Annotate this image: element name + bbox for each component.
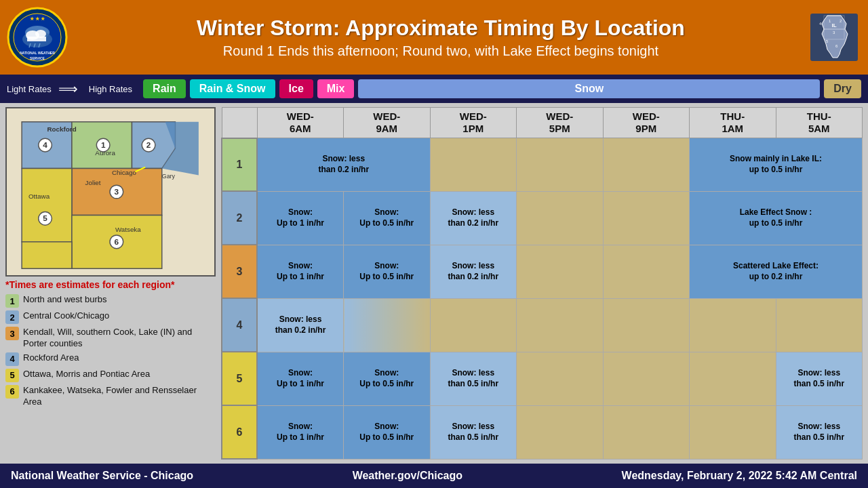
- region-cell-4: 4: [222, 298, 257, 352]
- data-cell: Snow: lessthan 0.2 in/hr: [257, 298, 344, 352]
- region-cell-2: 2: [222, 191, 257, 245]
- data-cell: Snow:Up to 1 in/hr: [257, 352, 344, 405]
- list-item: 6 Kankakee, Watseka, Fowler and Renssela…: [5, 385, 216, 408]
- svg-marker-31: [22, 242, 72, 268]
- data-cell: Snow:Up to 1 in/hr: [257, 405, 344, 459]
- data-cell: Snow:Up to 1 in/hr: [257, 245, 344, 298]
- data-cell: Snow: lessthan 0.5 in/hr: [776, 352, 863, 405]
- region-map-svg: Rockford Aurora Chicago Joliet Ottawa Wa…: [7, 108, 214, 275]
- col-header-wed6am: WED-6AM: [257, 108, 344, 138]
- data-cell: [690, 352, 776, 405]
- data-cell: [776, 298, 863, 352]
- legend-ice: Ice: [279, 79, 313, 98]
- data-cell: [517, 138, 604, 192]
- data-cell: Snow:Up to 0.5 in/hr: [344, 191, 431, 245]
- timing-table: WED-6AM WED-9AM WED-1PM WED-5PM WED-9PM …: [221, 107, 863, 460]
- list-item: 1 North and west burbs: [5, 294, 216, 308]
- header: ★ ★ ★ NATIONAL WEATHER SERVICE Winter St…: [0, 0, 868, 75]
- data-cell: Snow: lessthan 0.5 in/hr: [430, 352, 517, 405]
- svg-text:Rockford: Rockford: [47, 125, 77, 133]
- il-map-svg: IL 1 2 4 3 5 6: [807, 10, 861, 64]
- data-cell: [690, 298, 776, 352]
- data-cell: Snow mainly in Lake IL:up to 0.5 in/hr: [690, 138, 863, 192]
- data-cell: [517, 352, 604, 405]
- data-cell: Snow: lessthan 0.5 in/hr: [430, 405, 517, 459]
- nws-logo: ★ ★ ★ NATIONAL WEATHER SERVICE: [7, 7, 68, 68]
- svg-text:Chicago: Chicago: [112, 169, 137, 176]
- legend-rain: Rain: [143, 79, 186, 98]
- right-panel: WED-6AM WED-9AM WED-1PM WED-5PM WED-9PM …: [221, 107, 863, 460]
- footer-left: National Weather Service - Chicago: [11, 470, 193, 482]
- region-6-label: Kankakee, Watseka, Fowler and Rensselaer…: [23, 385, 216, 408]
- col-header-thu5am: THU-5AM: [776, 108, 863, 138]
- data-cell: Snow: lessthan 0.2 in/hr: [257, 138, 430, 192]
- page-wrapper: ★ ★ ★ NATIONAL WEATHER SERVICE Winter St…: [0, 0, 868, 488]
- data-cell: Snow:Up to 0.5 in/hr: [344, 245, 431, 298]
- region-4-label: Rockford Area: [23, 352, 79, 364]
- illinois-map-icon: IL 1 2 4 3 5 6: [807, 10, 861, 64]
- header-text: Winter Storm: Approximate Timing By Loca…: [75, 16, 807, 59]
- table-row: 1 Snow: lessthan 0.2 in/hr Snow mainly i…: [222, 138, 863, 192]
- data-cell: [690, 405, 776, 459]
- region-5-badge: 5: [5, 369, 19, 382]
- legend-arrow-area: ⟹: [58, 81, 78, 97]
- high-rates-label: High Rates: [89, 84, 132, 94]
- region-2-label: Central Cook/Chicago: [23, 310, 109, 322]
- col-header-wed5pm: WED-5PM: [517, 108, 604, 138]
- svg-text:IL: IL: [831, 22, 836, 28]
- svg-text:NATIONAL WEATHER: NATIONAL WEATHER: [20, 51, 55, 55]
- svg-text:4: 4: [43, 140, 47, 150]
- data-cell: [603, 245, 690, 298]
- svg-rect-9: [27, 37, 46, 41]
- svg-text:Ottawa: Ottawa: [28, 192, 50, 200]
- data-cell: [603, 405, 690, 459]
- light-rates-label: Light Rates: [7, 84, 52, 94]
- svg-text:6: 6: [115, 237, 119, 247]
- svg-text:5: 5: [43, 214, 47, 223]
- svg-text:Joliet: Joliet: [85, 179, 101, 186]
- table-row: 6 Snow:Up to 1 in/hr Snow:Up to 0.5 in/h…: [222, 405, 863, 459]
- list-item: 2 Central Cook/Chicago: [5, 310, 216, 324]
- data-cell: [517, 298, 604, 352]
- data-cell: [603, 191, 690, 245]
- data-cell: [430, 138, 517, 192]
- svg-text:SERVICE: SERVICE: [30, 56, 45, 60]
- region-4-badge: 4: [5, 352, 19, 366]
- svg-text:★ ★ ★: ★ ★ ★: [30, 16, 45, 21]
- data-cell: [603, 352, 690, 405]
- svg-text:Gary: Gary: [162, 173, 176, 180]
- region-1-label: North and west burbs: [23, 294, 107, 306]
- table-wrapper: WED-6AM WED-9AM WED-1PM WED-5PM WED-9PM …: [221, 107, 863, 460]
- page-subtitle: Round 1 Ends this afternoon; Round two, …: [75, 43, 807, 59]
- legend-mix: Mix: [317, 79, 355, 98]
- region-5-label: Ottawa, Morris and Pontiac Area: [23, 369, 150, 380]
- data-cell: [603, 298, 690, 352]
- data-cell: [517, 245, 604, 298]
- list-item: 3 Kendall, Will, southern Cook, Lake (IN…: [5, 327, 216, 350]
- region-6-badge: 6: [5, 385, 19, 399]
- table-row: 2 Snow:Up to 1 in/hr Snow:Up to 0.5 in/h…: [222, 191, 863, 245]
- data-cell: [430, 298, 517, 352]
- col-header-wed9pm: WED-9PM: [603, 108, 690, 138]
- data-cell: Scattered Lake Effect:up to 0.2 in/hr: [690, 245, 863, 298]
- footer: National Weather Service - Chicago Weath…: [0, 464, 868, 488]
- arrow-icon: ⟹: [58, 81, 78, 97]
- legend-rain-snow: Rain & Snow: [190, 79, 275, 98]
- table-row: 4 Snow: lessthan 0.2 in/hr: [222, 298, 863, 352]
- content-area: Rockford Aurora Chicago Joliet Ottawa Wa…: [0, 103, 868, 464]
- data-cell: Snow: lessthan 0.5 in/hr: [776, 405, 863, 459]
- col-header-wed1pm: WED-1PM: [430, 108, 517, 138]
- region-cell-5: 5: [222, 352, 257, 405]
- legend-snow: Snow: [358, 79, 820, 98]
- region-cell-6: 6: [222, 405, 257, 459]
- footer-center: Weather.gov/Chicago: [353, 470, 462, 482]
- data-cell: [517, 191, 604, 245]
- data-cell: [517, 405, 604, 459]
- svg-text:Watseka: Watseka: [115, 226, 141, 233]
- legend-list: 1 North and west burbs 2 Central Cook/Ch…: [5, 294, 216, 460]
- data-cell: Snow: lessthan 0.2 in/hr: [430, 191, 517, 245]
- col-header-thu1am: THU-1AM: [690, 108, 776, 138]
- svg-text:3: 3: [115, 187, 119, 197]
- table-row: 3 Snow:Up to 1 in/hr Snow:Up to 0.5 in/h…: [222, 245, 863, 298]
- legend-bar: Light Rates ⟹ High Rates Rain Rain & Sno…: [0, 75, 868, 103]
